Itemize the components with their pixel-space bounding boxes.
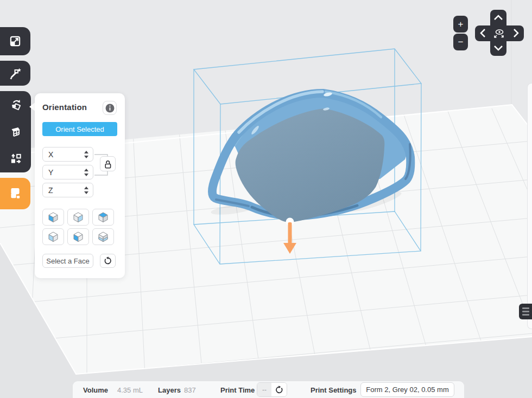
unlock-icon xyxy=(103,159,112,169)
cartridge-icon xyxy=(8,186,23,201)
material-setup-button[interactable] xyxy=(0,178,30,209)
print-time-refresh-button[interactable]: -- xyxy=(257,382,287,397)
zoom-in-button[interactable]: + xyxy=(453,16,468,33)
rotate-down-button[interactable] xyxy=(491,41,506,56)
orient-cube-right-button[interactable] xyxy=(67,209,89,226)
axis-z-label: Z xyxy=(48,186,53,195)
rotate-right-button[interactable] xyxy=(509,25,524,41)
tool-one-click-print-button[interactable] xyxy=(0,61,30,86)
axis-z-stepper[interactable] xyxy=(84,183,88,197)
status-bar: Volume 4.35 mL Layers 837 Print Time -- … xyxy=(72,381,465,398)
cube-face-left-light-icon xyxy=(47,230,59,243)
tool-scale-button[interactable] xyxy=(0,27,30,55)
refresh-area xyxy=(271,383,287,396)
select-face-button[interactable]: Select a Face xyxy=(42,254,93,268)
axis-y-field[interactable]: Y xyxy=(42,165,93,179)
volume-value: 4.35 mL xyxy=(117,386,143,394)
axis-x-field[interactable]: X xyxy=(42,147,93,162)
orientation-panel: Orientation Orient Selected X Y Z xyxy=(35,93,125,278)
print-time-value: -- xyxy=(257,383,271,396)
view-dpad xyxy=(475,10,524,56)
info-icon xyxy=(105,104,115,113)
layers-label: Layers xyxy=(158,386,181,394)
orient-cube-left-light-button[interactable] xyxy=(42,228,64,245)
axis-x-label: X xyxy=(48,150,53,159)
tool-orientation-button[interactable] xyxy=(0,91,31,118)
hamburger-icon xyxy=(522,307,529,309)
layout-icon xyxy=(9,152,23,166)
orient-cube-top-button[interactable] xyxy=(92,209,114,226)
print-settings-button[interactable]: Form 2, Grey 02, 0.05 mm xyxy=(360,382,454,397)
layers-value: 837 xyxy=(184,386,196,394)
axis-y-label: Y xyxy=(48,168,53,177)
orient-selected-button[interactable]: Orient Selected xyxy=(42,122,117,136)
scale-icon xyxy=(8,34,22,48)
axis-z-field[interactable]: Z xyxy=(42,183,93,197)
zoom-out-button[interactable]: − xyxy=(453,34,468,50)
supports-icon xyxy=(9,125,23,139)
tool-supports-button[interactable] xyxy=(0,118,31,145)
info-button[interactable] xyxy=(103,101,117,115)
cube-face-top-icon xyxy=(97,211,109,223)
axis-x-stepper[interactable] xyxy=(84,147,88,161)
cube-face-right-icon xyxy=(72,211,84,223)
cube-face-front-icon xyxy=(72,230,84,243)
orient-cube-bottom-button[interactable] xyxy=(92,228,114,245)
right-panel-edge[interactable] xyxy=(527,83,532,329)
rotate-left-button[interactable] xyxy=(475,25,490,41)
cube-face-bottom-icon xyxy=(97,230,109,243)
tool-group xyxy=(0,91,31,172)
orient-cube-front-button[interactable] xyxy=(67,228,89,245)
preform-window: Orientation Orient Selected X Y Z xyxy=(0,0,532,398)
orbit-center-button[interactable] xyxy=(491,25,506,41)
print-time-label: Print Time xyxy=(220,386,255,394)
rotate-up-button[interactable] xyxy=(491,10,506,25)
magic-wand-icon xyxy=(8,66,22,80)
panel-title: Orientation xyxy=(42,102,87,112)
reset-orientation-button[interactable] xyxy=(100,254,116,268)
refresh-icon xyxy=(275,386,283,394)
orient-cube-left-button[interactable] xyxy=(42,209,64,226)
layer-list-toggle-button[interactable] xyxy=(519,304,532,319)
axis-lock-button[interactable] xyxy=(100,156,116,171)
cube-face-left-icon xyxy=(47,211,59,223)
tool-layout-button[interactable] xyxy=(0,145,31,172)
down-arrow-shaft xyxy=(288,222,292,244)
volume-label: Volume xyxy=(83,386,108,394)
reset-icon xyxy=(104,256,112,265)
print-settings-label: Print Settings xyxy=(311,386,357,394)
axis-y-stepper[interactable] xyxy=(84,165,88,179)
rotate-icon xyxy=(9,98,23,112)
